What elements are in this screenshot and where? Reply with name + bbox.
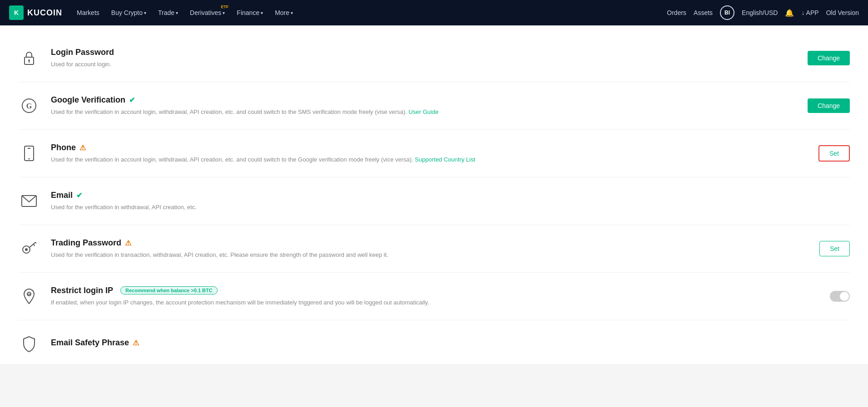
restrict-login-ip-row: IP Restrict login IP Recommend when bala… <box>18 273 850 320</box>
restrict-login-ip-title: Restrict login IP Recommend when balance… <box>51 286 819 295</box>
phone-desc: Used for the verification in account log… <box>51 155 808 164</box>
nav-more[interactable]: More ▾ <box>270 6 298 19</box>
svg-point-13 <box>25 248 28 251</box>
warning-icon: ⚠ <box>133 338 139 347</box>
nav-markets[interactable]: Markets <box>72 6 104 19</box>
phone-info: Phone ⚠ Used for the verification in acc… <box>51 143 808 164</box>
warning-icon: ⚠ <box>79 143 86 152</box>
email-info: Email ✔ Used for the verification in wit… <box>51 191 850 212</box>
nav-buy-crypto[interactable]: Buy Crypto ▾ <box>107 6 151 19</box>
logo-icon: K <box>9 5 24 20</box>
lock-icon <box>18 47 40 69</box>
supported-country-link[interactable]: Supported Country List <box>415 156 475 163</box>
google-verification-change-button[interactable]: Change <box>808 98 850 113</box>
chevron-down-icon: ▾ <box>291 10 293 15</box>
svg-point-7 <box>29 158 30 160</box>
warning-icon: ⚠ <box>125 239 131 247</box>
google-verification-title: Google Verification ✔ <box>51 95 797 105</box>
trading-password-set-button[interactable]: Set <box>819 241 850 256</box>
shield-icon <box>18 333 40 355</box>
nav-app[interactable]: ↓ APP <box>801 9 818 16</box>
login-password-desc: Used for account login. <box>51 60 797 69</box>
email-row: Email ✔ Used for the verification in wit… <box>18 177 850 225</box>
login-password-title: Login Password <box>51 48 797 57</box>
nav-trade[interactable]: Trade ▾ <box>154 6 183 19</box>
email-title: Email ✔ <box>51 191 850 200</box>
email-icon <box>18 190 40 212</box>
svg-line-11 <box>34 244 35 246</box>
recommend-badge: Recommend when balance >0.1 BTC <box>120 286 218 294</box>
email-safety-phrase-info: Email Safety Phrase ⚠ <box>51 338 850 350</box>
login-password-info: Login Password Used for account login. <box>51 48 797 69</box>
restrict-ip-toggle[interactable] <box>830 291 850 302</box>
trading-password-desc: Used for the verification in transaction… <box>51 250 808 260</box>
login-password-change-button[interactable]: Change <box>808 51 850 65</box>
trading-password-info: Trading Password ⚠ Used for the verifica… <box>51 238 808 260</box>
nav-derivatives[interactable]: ETF Derivatives ▾ <box>185 6 229 19</box>
svg-line-12 <box>35 242 36 243</box>
svg-point-1 <box>28 59 30 61</box>
verified-check-icon: ✔ <box>76 191 82 200</box>
google-verification-info: Google Verification ✔ Used for the verif… <box>51 95 797 117</box>
svg-text:G: G <box>26 102 32 110</box>
nav-old-version[interactable]: Old Version <box>826 9 859 16</box>
phone-row: Phone ⚠ Used for the verification in acc… <box>18 130 850 177</box>
avatar[interactable]: BI <box>720 5 734 20</box>
google-verification-desc: Used for the verification in account log… <box>51 108 797 117</box>
email-safety-phrase-title: Email Safety Phrase ⚠ <box>51 338 850 348</box>
verified-check-icon: ✔ <box>129 96 135 104</box>
nav-language[interactable]: English/USD <box>742 9 778 16</box>
trading-key-icon <box>18 238 40 260</box>
restrict-login-ip-desc: If enabled, when your login IP changes, … <box>51 298 819 307</box>
chevron-down-icon: ▾ <box>144 10 146 15</box>
nav-assets[interactable]: Assets <box>694 9 713 16</box>
security-settings: Login Password Used for account login. C… <box>0 25 868 364</box>
nav-orders[interactable]: Orders <box>667 9 686 16</box>
trading-password-row: Trading Password ⚠ Used for the verifica… <box>18 225 850 273</box>
google-verification-row: G Google Verification ✔ Used for the ver… <box>18 82 850 130</box>
login-password-row: Login Password Used for account login. C… <box>18 34 850 82</box>
chevron-down-icon: ▾ <box>223 10 225 15</box>
restrict-login-ip-info: Restrict login IP Recommend when balance… <box>51 286 819 307</box>
phone-title: Phone ⚠ <box>51 143 808 152</box>
navigation: K KUCOIN Markets Buy Crypto ▾ Trade ▾ ET… <box>0 0 868 25</box>
location-pin-icon: IP <box>18 285 40 307</box>
etf-badge: ETF <box>221 5 228 9</box>
google-icon: G <box>18 95 40 117</box>
user-guide-link[interactable]: User Guide <box>409 108 439 115</box>
email-safety-phrase-row: Email Safety Phrase ⚠ <box>18 320 850 355</box>
trading-password-title: Trading Password ⚠ <box>51 238 808 248</box>
chevron-down-icon: ▾ <box>261 10 263 15</box>
email-desc: Used for the verification in withdrawal,… <box>51 203 850 212</box>
svg-text:IP: IP <box>27 293 31 297</box>
chevron-down-icon: ▾ <box>176 10 178 15</box>
bell-icon[interactable]: 🔔 <box>785 9 794 17</box>
nav-finance[interactable]: Finance ▾ <box>232 6 268 19</box>
logo[interactable]: K KUCOIN <box>9 5 62 20</box>
phone-icon <box>18 142 40 164</box>
nav-right: Orders Assets BI English/USD 🔔 ↓ APP Old… <box>667 5 859 20</box>
phone-set-button[interactable]: Set <box>818 145 850 162</box>
logo-text: KUCOIN <box>27 8 62 18</box>
